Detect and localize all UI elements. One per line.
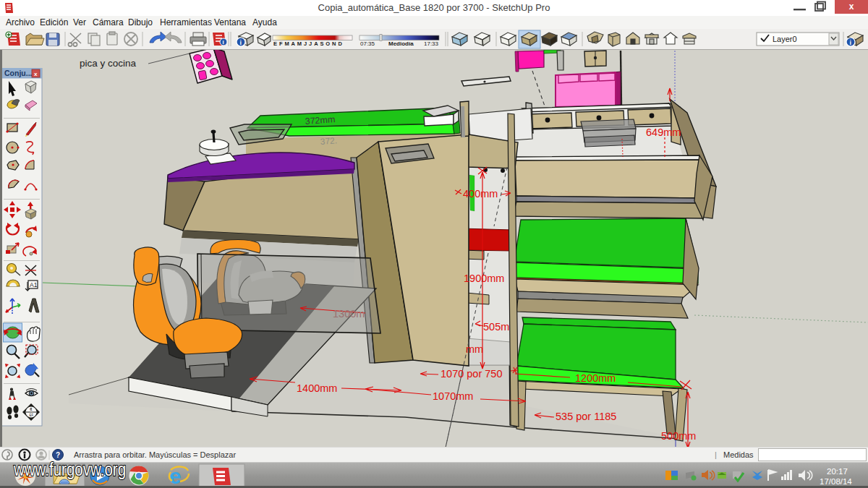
svg-text:Conju...: Conju... bbox=[4, 69, 33, 77]
svg-text:x: x bbox=[34, 71, 38, 77]
svg-text:mm: mm bbox=[466, 343, 483, 355]
svg-text:1300m: 1300m bbox=[333, 308, 365, 320]
svg-text:i: i bbox=[850, 39, 852, 46]
svg-text:1400mm: 1400mm bbox=[297, 382, 337, 394]
svg-text:i: i bbox=[240, 39, 242, 46]
svg-text:400mm: 400mm bbox=[463, 188, 498, 200]
svg-text:17:33: 17:33 bbox=[424, 40, 439, 47]
svg-text:505m: 505m bbox=[483, 321, 509, 333]
svg-text:i: i bbox=[223, 39, 224, 46]
svg-text:649mm: 649mm bbox=[646, 127, 681, 138]
svg-text:535 por 1185: 535 por 1185 bbox=[556, 411, 616, 422]
svg-text:Mediodía: Mediodía bbox=[388, 40, 414, 47]
svg-text:1070mm: 1070mm bbox=[433, 390, 473, 402]
svg-text:20:17: 20:17 bbox=[827, 467, 848, 476]
svg-text:372mm: 372mm bbox=[305, 114, 336, 127]
svg-text:EFMAMJJASOND: EFMAMJJASOND bbox=[273, 40, 344, 47]
svg-text:A1: A1 bbox=[30, 281, 38, 288]
svg-text:C: C bbox=[30, 407, 33, 411]
svg-text:1070 por 750: 1070 por 750 bbox=[441, 368, 502, 380]
svg-text:17/08/14: 17/08/14 bbox=[820, 477, 852, 486]
svg-text:pica y cocina: pica y cocina bbox=[80, 58, 137, 69]
svg-text:07:35: 07:35 bbox=[360, 40, 375, 47]
svg-text:372.: 372. bbox=[320, 135, 337, 147]
svg-text:EF: EF bbox=[30, 414, 34, 417]
svg-text:500mm: 500mm bbox=[661, 430, 696, 442]
svg-text:Layer0: Layer0 bbox=[773, 35, 797, 43]
svg-text:www.furgovw.org: www.furgovw.org bbox=[13, 459, 126, 480]
svg-text:1200mm: 1200mm bbox=[575, 372, 616, 384]
svg-text:1900mm: 1900mm bbox=[464, 273, 504, 284]
